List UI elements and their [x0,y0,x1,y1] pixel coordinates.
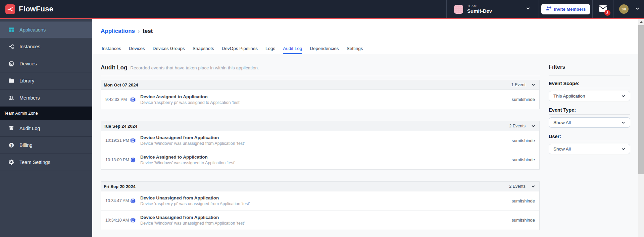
sidebar-item-members[interactable]: Members [0,90,92,107]
main-header: Applications › test Instances Devices De… [92,19,638,54]
audit-event-row: 10:34:10 AM Device Unassigned from Appli… [101,211,539,230]
event-title: Device Unassigned from Application [140,215,245,220]
audit-event-row: 10:13:09 PM Device Assigned to Applicati… [101,150,539,169]
breadcrumb-applications-link[interactable]: Applications [101,28,135,35]
divider [549,75,630,75]
group-header-right: 2 Events [509,184,535,189]
event-title: Device Unassigned from Application [140,135,245,140]
tab-snapshots[interactable]: Snapshots [193,46,214,54]
event-time: 10:19:31 PM [101,138,130,143]
event-text: Device Assigned to Application Device 'W… [140,155,235,165]
tab-logs[interactable]: Logs [265,46,275,54]
user-filter-select[interactable]: Show All [549,144,630,154]
event-time: 10:34:47 AM [101,198,130,203]
group-event-count: 2 Events [509,124,526,128]
group-header-right: 1 Event [511,82,535,87]
tab-instances[interactable]: Instances [102,46,121,54]
sidebar-item-applications[interactable]: Applications [0,21,92,38]
event-user: sumitshinde [512,198,539,203]
divider [549,114,630,115]
event-time: 9:42:33 PM [101,97,130,102]
user-menu[interactable]: su [613,0,644,18]
notification-badge: 3 [604,10,610,16]
cpu-chip-icon [130,157,136,163]
event-type-select[interactable]: Show All [549,117,630,128]
tab-devices[interactable]: Devices [129,46,145,54]
dollar-circle-icon: $ [8,142,15,149]
top-navbar: FlowFuse TEAM: Sumit-Dev [0,0,644,19]
tab-devices-groups[interactable]: Devices Groups [153,46,185,54]
breadcrumb: Applications › test [101,19,638,35]
breadcrumb-separator: › [138,28,140,34]
sidebar-item-team-settings[interactable]: Team Settings [0,154,92,171]
user-add-icon [546,6,551,12]
cpu-chip-icon [8,60,15,67]
group-event-count: 1 Event [511,82,526,87]
sidebar-item-billing[interactable]: $ Billing [0,137,92,154]
invite-members-button[interactable]: Invite Members [541,4,590,14]
chevron-down-icon [526,6,531,12]
event-type-label: Event Type: [549,107,630,113]
audit-group-sep20: Fri Sep 20 2024 2 Events 10:34:47 AM Dev… [101,181,540,230]
event-type-value: Show All [553,120,571,125]
gear-icon [8,159,15,166]
team-switcher[interactable]: TEAM: Sumit-Dev [446,0,539,18]
event-title: Device Unassigned from Application [140,195,250,200]
tab-devops-pipelines[interactable]: DevOps Pipelines [222,46,258,54]
breadcrumb-current: test [143,28,153,35]
divider [549,88,630,88]
audit-group-header[interactable]: Tue Sep 24 2024 2 Events [101,121,539,131]
event-user: sumitshinde [512,138,539,143]
audit-group-header[interactable]: Fri Sep 20 2024 2 Events [101,182,539,191]
brand-name: FlowFuse [19,5,53,13]
tab-settings[interactable]: Settings [347,46,363,54]
sidebar-item-label: Applications [19,27,46,33]
flowfuse-brand[interactable]: FlowFuse [0,4,53,14]
scrollbar-up-arrow[interactable] [638,19,644,25]
applications-template-icon [8,26,15,33]
sidebar-item-label: Library [19,78,34,83]
event-text: Device Unassigned from Application Devic… [140,195,250,206]
tab-audit-log[interactable]: Audit Log [283,46,302,54]
group-date: Tue Sep 24 2024 [104,124,137,129]
sidebar-item-instances[interactable]: Instances [0,38,92,55]
event-text: Device Assigned to Application Device 'r… [140,94,240,105]
event-scope-select[interactable]: This Application [549,91,630,101]
audit-group-sep24: Tue Sep 24 2024 2 Events 10:19:31 PM Dev… [101,121,540,170]
filters-title: Filters [549,64,630,70]
cpu-chip-icon [130,97,136,103]
team-name: Sumit-Dev [467,8,492,14]
event-description: Device 'Windows' was unassigned from App… [140,221,245,226]
sidebar-item-audit-log[interactable]: Audit Log [0,120,92,137]
scrollbar-thumb[interactable] [638,25,644,174]
team-meta: TEAM: Sumit-Dev [467,4,492,14]
database-icon [8,125,15,132]
sidebar: Applications Instances Devices Library [0,19,92,237]
team-admin-zone-header: Team Admin Zone [0,107,92,120]
page-title: Audit Log [101,64,127,71]
sidebar-item-label: Instances [19,44,40,49]
tab-dependencies[interactable]: Dependencies [310,46,339,54]
divider [549,141,630,141]
event-text: Device Unassigned from Application Devic… [140,135,245,146]
audit-event-row: 10:19:31 PM Device Unassigned from Appli… [101,131,539,150]
event-title: Device Assigned to Application [140,94,240,99]
filters-panel: Filters Event Scope: This Application Ev… [549,64,630,154]
sidebar-item-devices[interactable]: Devices [0,55,92,72]
team-admin-zone-label: Team Admin Zone [4,111,38,116]
cpu-chip-icon [130,198,136,204]
sidebar-item-library[interactable]: Library [0,72,92,90]
group-date: Fri Sep 20 2024 [104,184,136,189]
sidebar-main-list: Applications Instances Devices Library [0,19,92,107]
invite-section: Invite Members [539,0,592,18]
users-icon [8,95,15,101]
event-title: Device Assigned to Application [140,155,235,160]
event-description: Device 'raspberry pi' was unassigned fro… [140,201,250,206]
audit-group-header[interactable]: Mon Oct 07 2024 1 Event [101,80,539,90]
flowfuse-logo-icon [5,4,15,14]
event-description: Device 'raspberry pi' was assigned to Ap… [140,100,240,105]
event-time: 10:34:10 AM [101,218,130,223]
content-area: Audit Log Recorded events that have take… [92,54,638,237]
notifications-button[interactable]: 3 [592,0,613,18]
event-scope-label: Event Scope: [549,81,630,86]
